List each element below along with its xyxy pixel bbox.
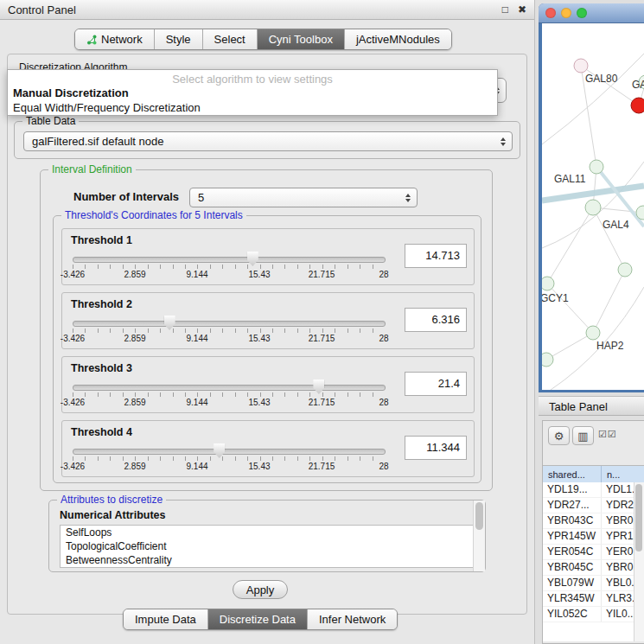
slider-scale-label: 2.859	[124, 270, 145, 279]
network-node[interactable]	[542, 353, 553, 367]
slider-scale-label: 28	[379, 398, 388, 407]
attribute-list-item[interactable]: SelfLoops	[61, 526, 475, 539]
tab-network[interactable]: Network	[75, 29, 154, 49]
tab-cyni-toolbox[interactable]: Cyni Toolbox	[257, 29, 344, 49]
float-window-icon[interactable]: □	[502, 3, 508, 16]
attribute-list-item[interactable]: TopologicalCoefficient	[61, 539, 475, 553]
number-of-intervals-combo[interactable]: 5	[189, 188, 418, 207]
table-row[interactable]: YDL19...YDL1...	[543, 482, 634, 498]
control-panel-titlebar[interactable]: Control Panel □ ✖	[0, 0, 534, 20]
threshold-slider-track[interactable]	[73, 449, 386, 455]
threshold-value-field[interactable]: 21.4	[405, 372, 467, 396]
slider-scale-label: 21.715	[309, 334, 335, 343]
threshold-slider-track[interactable]	[73, 257, 386, 263]
number-of-intervals-value: 5	[198, 191, 204, 204]
slider-scale-label: -3.426	[61, 270, 85, 279]
table-cell: YDR2...	[602, 498, 634, 513]
tab-impute-data[interactable]: Impute Data	[124, 609, 207, 629]
network-node-label: HAP2	[596, 340, 624, 352]
threshold-value-field[interactable]: 6.316	[405, 308, 467, 332]
attribute-list-item[interactable]: BetweennessCentrality	[61, 553, 475, 567]
slider-scale-label: -3.426	[61, 334, 85, 343]
network-node[interactable]	[618, 263, 632, 277]
minimize-traffic-light-icon[interactable]	[561, 8, 571, 18]
table-row[interactable]: YLR345WYLR3...	[543, 591, 634, 607]
tab-jactivemnodules[interactable]: jActiveMNodules	[344, 29, 451, 49]
close-traffic-light-icon[interactable]	[545, 8, 556, 18]
threshold-value-field[interactable]: 11.344	[405, 436, 467, 460]
numerical-attributes-list[interactable]: SelfLoopsTopologicalCoefficientBetweenne…	[60, 525, 476, 568]
table-row[interactable]: YBR045CYBR0...	[543, 560, 634, 576]
table-cell: YLR3...	[602, 591, 634, 606]
slider-scale-label: 9.144	[186, 462, 207, 471]
threshold-label: Threshold 3	[71, 362, 132, 374]
tab-network-label: Network	[101, 29, 143, 49]
select-columns-button[interactable]: ▥	[572, 426, 594, 445]
table-panel-titlebar[interactable]: Table Panel	[539, 396, 644, 416]
table-row[interactable]: YBR043CYBR0...	[543, 513, 634, 529]
table-rows: YDL19...YDL1...YDR27...YDR2...YBR043CYBR…	[543, 482, 634, 641]
algorithm-dropdown-hint: Select algorithm to view settings	[8, 73, 497, 86]
column-header-name[interactable]: n...	[602, 466, 644, 483]
table-cell: YBR045C	[543, 560, 602, 575]
slider-scale-label: 2.859	[124, 462, 145, 471]
combo-stepper-icon	[405, 194, 411, 202]
slider-scale-labels: -3.4262.8599.14415.4321.71528	[73, 270, 384, 280]
scrollbar-thumb[interactable]	[475, 502, 483, 530]
slider-scale-label: 2.859	[124, 398, 145, 407]
highlighted-edge[interactable]	[542, 186, 644, 201]
network-node[interactable]	[585, 200, 601, 215]
table-cell: YBR0...	[602, 513, 634, 528]
algorithm-option-equal-width[interactable]: Equal Width/Frequency Discretization	[8, 100, 497, 115]
table-settings-button[interactable]: ⚙	[548, 426, 570, 445]
slider-scale-label: 9.144	[186, 334, 207, 343]
apply-button[interactable]: Apply	[233, 580, 288, 599]
table-row[interactable]: YDR27...YDR2...	[543, 498, 634, 513]
table-panel-title: Table Panel	[549, 400, 608, 413]
network-canvas-svg: GAL80GAGAL11GAL4GCY1HAP2	[542, 23, 644, 390]
slider-scale-label: 9.144	[186, 270, 207, 279]
network-canvas[interactable]: GAL80GAGAL11GAL4GCY1HAP2	[542, 23, 644, 390]
zoom-traffic-light-icon[interactable]	[577, 8, 587, 18]
network-node[interactable]	[574, 59, 588, 73]
threshold-box: Threshold 3 -3.4262.8599.14415.4321.7152…	[61, 356, 475, 413]
network-node[interactable]	[590, 160, 603, 174]
table-data-combo[interactable]: galFiltered.sif default node	[23, 131, 513, 151]
table-cell: YDR27...	[543, 498, 602, 513]
threshold-slider-track[interactable]	[73, 385, 386, 391]
slider-scale-label: 2.859	[124, 334, 145, 343]
table-data-group: Table Data galFiltered.sif default node	[14, 121, 520, 159]
attributes-group: Attributes to discretize Numerical Attri…	[48, 500, 486, 572]
threshold-value-field[interactable]: 14.713	[405, 244, 467, 268]
table-cell: YIL052C	[543, 607, 602, 622]
select-all-checkboxes-button[interactable]: ☑☑	[598, 429, 617, 440]
tab-infer-network[interactable]: Infer Network	[307, 609, 397, 629]
table-cell: YER054C	[543, 545, 602, 559]
tab-style[interactable]: Style	[154, 29, 202, 49]
algorithm-option-manual[interactable]: Manual Discretization	[8, 86, 497, 100]
scrollbar-thumb[interactable]	[635, 484, 642, 552]
tab-select[interactable]: Select	[202, 29, 257, 49]
network-window-titlebar[interactable]	[539, 3, 644, 23]
attributes-list-scrollbar[interactable]	[473, 501, 485, 571]
table-row[interactable]: YIL052CYIL0...	[543, 607, 634, 622]
network-node[interactable]	[631, 98, 644, 113]
network-node[interactable]	[542, 277, 554, 290]
table-row[interactable]: YER054CYER0...	[543, 545, 634, 560]
network-node-label: GAL11	[554, 173, 586, 185]
table-row[interactable]: YBL079WYBL0...	[543, 576, 634, 591]
network-node[interactable]	[586, 326, 600, 340]
table-scrollbar[interactable]	[634, 482, 644, 641]
table-row[interactable]: YPR145WYPR1...	[543, 529, 634, 545]
threshold-label: Threshold 4	[71, 426, 132, 438]
threshold-slider-track[interactable]	[73, 321, 386, 327]
table-cell: YPR145W	[543, 529, 602, 544]
slider-scale-label: 15.43	[248, 334, 270, 343]
thresholds-group: Threshold's Coordinates for 5 Intervals …	[53, 215, 481, 483]
application-root: Control Panel □ ✖ Network Style Select C…	[0, 0, 644, 644]
highlighted-edge[interactable]	[596, 167, 644, 226]
tab-discretize-data[interactable]: Discretize Data	[207, 609, 307, 629]
column-header-shared-name[interactable]: shared...	[543, 466, 602, 483]
table-header-row: shared... n...	[543, 465, 644, 484]
close-window-icon[interactable]: ✖	[518, 3, 526, 16]
